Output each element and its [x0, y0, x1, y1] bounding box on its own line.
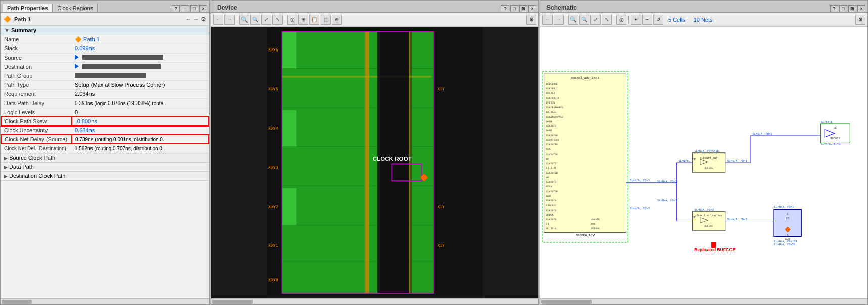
- data-path-section[interactable]: ▶ Data Path: [1, 162, 209, 171]
- dest-clock-path-section[interactable]: ▶ Destination Clock Path: [1, 171, 209, 180]
- left-scrollbar-thumb[interactable]: [2, 300, 32, 304]
- toolbar-sep-1: [237, 16, 237, 24]
- properties-table: ▼ Summary Name 🔶 Path 1 Slack 0.0: [1, 26, 209, 181]
- svg-text:BUFGCE: BUFGCE: [704, 225, 713, 227]
- svg-text:CLKFBSTOPPED: CLKFBSTOPPED: [546, 106, 564, 109]
- sch-plus-btn[interactable]: +: [631, 15, 641, 25]
- minimize-button-left[interactable]: −: [181, 5, 189, 12]
- sch-fit2-btn[interactable]: ⤡: [602, 15, 612, 25]
- schematic-scrollbar-thumb[interactable]: [541, 300, 592, 304]
- device-grid-btn[interactable]: ⊞: [298, 15, 308, 25]
- svg-rect-3: [282, 32, 377, 294]
- svg-text:CLOCK ROOT: CLOCK ROOT: [373, 155, 412, 162]
- schematic-canvas[interactable]: mmcme3_adv_inst CDDCDONE CLKFBOUT DDCREQ…: [540, 27, 867, 298]
- dest-clock-path-icon: ▶: [4, 174, 8, 179]
- svg-text:CLKOUT2B: CLKOUT2B: [546, 153, 558, 156]
- svg-text:GEN: GEN: [546, 195, 551, 197]
- tab-clock-regions[interactable]: Clock Regions: [53, 4, 98, 12]
- forward-arrow-btn[interactable]: →: [193, 16, 199, 22]
- prop-clockpathskew-value[interactable]: -0.800ns: [72, 117, 209, 126]
- device-snap-btn[interactable]: ⬚: [321, 15, 331, 25]
- device-toolbar: ← → 🔍 🔍 ⤢ ⤡ ◎ ⊞ 📋 ⬚ ⊕ ⚙: [211, 13, 538, 27]
- svg-text:X0Y2: X0Y2: [268, 205, 278, 209]
- svg-text:LOCKED: LOCKED: [591, 218, 600, 221]
- clockuncertainty-link[interactable]: 0.684ns: [75, 127, 95, 133]
- device-settings-btn[interactable]: ⚙: [526, 15, 536, 25]
- summary-section-header[interactable]: ▼ Summary: [1, 26, 209, 35]
- prop-name-row: Name 🔶 Path 1: [1, 35, 209, 44]
- help-button-left[interactable]: ?: [172, 5, 180, 12]
- svg-text:CDDCDONE: CDDCDONE: [546, 83, 558, 85]
- svg-text:X0Y4: X0Y4: [268, 126, 278, 131]
- close-button-device[interactable]: ×: [528, 5, 536, 12]
- svg-text:S: S: [787, 234, 788, 237]
- sch-back-btn[interactable]: ←: [542, 15, 553, 25]
- sch-settings-btn[interactable]: ⚙: [855, 15, 865, 25]
- prop-slack-value[interactable]: 0.099ns: [72, 44, 209, 53]
- data-path-label: Data Path: [9, 164, 34, 170]
- svg-text:SL=N/A, FO=3: SL=N/A, FO=3: [630, 207, 650, 210]
- device-win-controls: ? □ ⊠ ×: [501, 5, 536, 12]
- close-button-schematic[interactable]: ×: [857, 5, 865, 12]
- minimize-button-schematic[interactable]: □: [839, 5, 847, 12]
- svg-text:DDCREQ: DDCREQ: [546, 92, 555, 94]
- left-scrollbar-h[interactable]: [1, 298, 209, 304]
- svg-text:CLKOUT3: CLKOUT3: [546, 181, 557, 183]
- clockpathskew-link[interactable]: -0.800ns: [75, 118, 97, 124]
- prop-clockuncertainty-value[interactable]: 0.684ns: [72, 126, 209, 135]
- svg-text:SL=N/A, FO=1: SL=N/A, FO=1: [774, 205, 794, 208]
- schematic-svg: mmcme3_adv_inst CDDCDONE CLKFBOUT DDCREQ…: [540, 27, 867, 298]
- back-arrow-btn[interactable]: ←: [186, 16, 191, 22]
- prop-clocknetdelay-dest-value: 1.592ns (routing 0.707ns, distribution 0…: [72, 144, 209, 153]
- close-button-left[interactable]: ×: [199, 5, 207, 12]
- maximize-button-schematic[interactable]: ⊠: [848, 5, 856, 12]
- svg-text:AOC: AOC: [591, 223, 596, 225]
- device-forward-btn[interactable]: →: [224, 15, 235, 25]
- prop-clockpathskew-label: Clock Path Skew: [1, 117, 72, 126]
- device-fit2-btn[interactable]: ⤡: [272, 15, 283, 25]
- device-back-btn[interactable]: ←: [213, 15, 223, 25]
- prop-clocknetdelay-dest-row: Clock Net Del...Destination) 1.592ns (ro…: [1, 144, 209, 153]
- device-target-btn[interactable]: ◎: [287, 15, 297, 25]
- device-canvas[interactable]: X0Y6 X0Y5 X0Y4 X0Y3 X0Y2 X0Y1 X0Y0 X1Y X…: [211, 27, 538, 298]
- sch-fit-btn[interactable]: ⤢: [590, 15, 601, 25]
- maximize-button-left[interactable]: □: [190, 5, 198, 12]
- path-icon: 🔶: [4, 16, 11, 23]
- tab-path-properties[interactable]: Path Properties: [3, 4, 53, 12]
- device-crosshair-btn[interactable]: ⊕: [332, 15, 342, 25]
- device-svg: X0Y6 X0Y5 X0Y4 X0Y3 X0Y2 X0Y1 X0Y0 X1Y X…: [211, 27, 538, 298]
- svg-text:CLKOUT0: CLKOUT0: [546, 125, 557, 127]
- slack-link[interactable]: 0.099ns: [75, 45, 95, 52]
- svg-text:SL=N/A, FO=1: SL=N/A, FO=1: [753, 132, 772, 135]
- schematic-toolbar: ← → 🔍 🔍 ⤢ ⤡ ◎ + − ↺ 5 Cells 10 Nets ⚙: [540, 13, 867, 27]
- settings-btn-left[interactable]: ⚙: [201, 16, 206, 23]
- minimize-button-device[interactable]: □: [510, 5, 518, 12]
- sch-refresh-btn[interactable]: ↺: [653, 15, 663, 25]
- svg-text:SINCDEC: SINCDEC: [546, 204, 557, 207]
- svg-text:X0Y6: X0Y6: [268, 47, 278, 52]
- device-scrollbar-h[interactable]: [211, 298, 538, 304]
- sch-zoomin-btn[interactable]: 🔍: [568, 15, 578, 25]
- help-button-schematic[interactable]: ?: [830, 5, 838, 12]
- svg-text:bufce_i: bufce_i: [821, 120, 833, 124]
- device-zoomout-btn[interactable]: 🔍: [250, 15, 260, 25]
- device-fit-btn[interactable]: ⤢: [261, 15, 271, 25]
- svg-text:clkout9_buf: clkout9_buf: [700, 156, 718, 160]
- svg-text:DO[15:0]: DO[15:0]: [546, 227, 558, 230]
- sch-zoomout-btn[interactable]: 🔍: [579, 15, 589, 25]
- svg-rect-16: [377, 32, 409, 294]
- schematic-scrollbar-h[interactable]: [540, 298, 867, 304]
- device-scrollbar-thumb[interactable]: [212, 300, 253, 304]
- prop-destination-row: Destination: [1, 62, 209, 71]
- device-zoomin-btn[interactable]: 🔍: [239, 15, 249, 25]
- sch-minus-btn[interactable]: −: [642, 15, 652, 25]
- sch-forward-btn[interactable]: →: [554, 15, 564, 25]
- maximize-button-device[interactable]: ⊠: [519, 5, 527, 12]
- svg-text:SL=N/A, FO=1: SL=N/A, FO=1: [657, 180, 677, 183]
- summary-collapse-icon: ▼: [4, 27, 10, 33]
- source-clock-path-section[interactable]: ▶ Source Clock Path: [1, 153, 209, 162]
- source-triangle-icon: [75, 55, 79, 60]
- help-button-device[interactable]: ?: [501, 5, 509, 12]
- device-copy-btn[interactable]: 📋: [309, 15, 319, 25]
- sch-target-btn[interactable]: ◎: [616, 15, 626, 25]
